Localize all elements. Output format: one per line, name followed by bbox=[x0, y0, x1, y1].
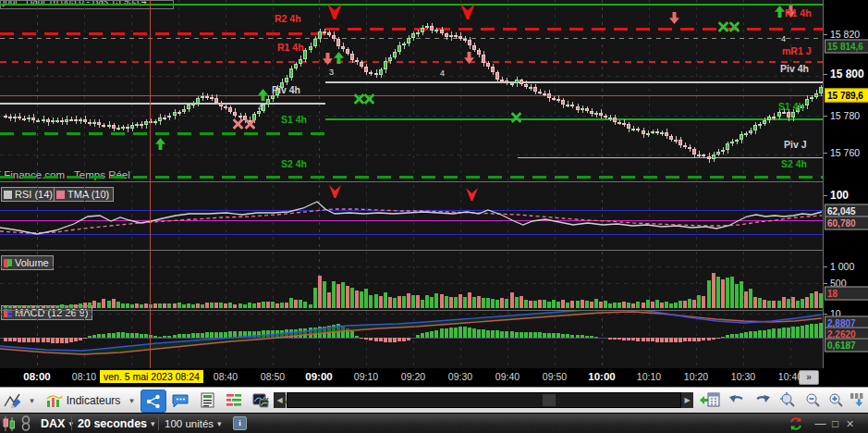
time-axis[interactable]: ven. 5 mai 2023 08:24 » 08:0008:1008:400… bbox=[0, 368, 868, 387]
timeframe-dropdown[interactable]: 20 secondes ▾ bbox=[78, 414, 155, 433]
market-depth-button[interactable] bbox=[222, 390, 246, 411]
candle-body bbox=[210, 97, 214, 99]
chevron-down-icon: ▾ bbox=[217, 419, 222, 428]
axis-tick-mark bbox=[824, 153, 827, 154]
candle-body bbox=[36, 120, 40, 122]
axis-tick-label: 15 780 bbox=[830, 110, 860, 121]
volume-bar bbox=[280, 303, 284, 308]
candle-body bbox=[205, 96, 209, 98]
time-tick-label: 09:30 bbox=[434, 371, 486, 382]
candle-body bbox=[224, 106, 227, 108]
axis-tick-mark bbox=[824, 283, 827, 284]
scroll-left-button[interactable]: ◀ bbox=[274, 392, 286, 408]
maximize-button[interactable]: □ bbox=[828, 414, 842, 433]
signal-x-green-icon bbox=[363, 93, 374, 105]
volume-bar bbox=[92, 301, 96, 308]
candle-body bbox=[374, 73, 378, 75]
volume-bar bbox=[500, 298, 504, 308]
candle-body bbox=[173, 112, 177, 117]
candle-body bbox=[721, 150, 725, 152]
candle-body bbox=[8, 117, 12, 118]
minimize-button[interactable]: — bbox=[813, 414, 827, 433]
zoom-in-button[interactable] bbox=[825, 390, 848, 411]
volume-bar bbox=[529, 301, 532, 308]
chat-button[interactable] bbox=[168, 390, 192, 411]
scroll-right-button[interactable]: ▶ bbox=[681, 392, 693, 408]
candle-body bbox=[805, 99, 809, 105]
volume-bar bbox=[692, 300, 696, 308]
candle-body bbox=[683, 145, 687, 148]
time-tick-label: 10:20 bbox=[670, 371, 722, 382]
scrollbar-thumb[interactable] bbox=[543, 394, 556, 406]
volume-bar bbox=[425, 295, 429, 308]
volume-bar bbox=[8, 305, 12, 308]
refresh-button[interactable] bbox=[789, 414, 803, 433]
bar-spacing-button[interactable] bbox=[848, 390, 868, 411]
volume-bar bbox=[538, 300, 542, 308]
zoom-out-button[interactable] bbox=[802, 390, 825, 411]
instrument-dropdown[interactable]: DAX ▾ bbox=[41, 414, 73, 433]
candle-body bbox=[520, 80, 523, 83]
volume-bar bbox=[763, 300, 766, 308]
news-button[interactable] bbox=[195, 390, 219, 411]
goto-date-button[interactable] bbox=[697, 390, 723, 411]
candle-body bbox=[590, 111, 593, 114]
indicators-button[interactable]: Indicateurs bbox=[41, 390, 126, 411]
candle-body bbox=[468, 40, 471, 46]
volume-bar bbox=[191, 304, 195, 308]
axis-tick-mark bbox=[824, 74, 827, 75]
indicators-dropdown[interactable]: ▾ bbox=[126, 390, 138, 411]
volume-bar bbox=[173, 303, 177, 308]
chart-h-scrollbar[interactable] bbox=[287, 392, 681, 408]
info-button[interactable]: i bbox=[233, 414, 247, 433]
zoom-fit-button[interactable] bbox=[776, 390, 801, 411]
candle-body bbox=[350, 54, 354, 60]
candle-body bbox=[83, 119, 87, 122]
volume-bar bbox=[388, 297, 392, 308]
time-tick-label: 09:10 bbox=[340, 371, 392, 382]
toolbar-collapse[interactable]: « bbox=[263, 392, 269, 406]
volume-bar bbox=[445, 296, 448, 308]
pivot-line-Piv-4h-new bbox=[325, 81, 823, 83]
candle-body bbox=[65, 119, 68, 122]
close-button[interactable]: × bbox=[843, 414, 857, 433]
candle-body bbox=[31, 118, 35, 120]
candle-body bbox=[642, 130, 645, 134]
volume-bar bbox=[411, 295, 415, 308]
candle-body bbox=[411, 33, 415, 38]
volume-bar bbox=[36, 305, 40, 308]
draw-tool-dropdown[interactable]: ▾ bbox=[26, 390, 38, 411]
pivot-label: S2 4h bbox=[781, 159, 807, 169]
rsi-plot bbox=[0, 181, 823, 250]
volume-bar bbox=[594, 299, 598, 308]
candle-body bbox=[341, 46, 345, 50]
candle-body bbox=[449, 35, 453, 37]
volume-bar bbox=[313, 288, 317, 308]
redo-button[interactable] bbox=[751, 390, 775, 411]
volume-bar bbox=[599, 302, 603, 308]
share-button[interactable] bbox=[141, 390, 166, 413]
axis-value-box: 60,780 bbox=[825, 216, 868, 230]
watermark: T-Finance.com - Temps Réel bbox=[0, 169, 130, 180]
price-axis[interactable]: 15 82015 814,615 80015 789,615 78015 760… bbox=[823, 0, 868, 368]
volume-bar bbox=[617, 303, 621, 308]
chart-area[interactable]: jour : Haut 16 005,0 - Bas 15 933,4 T-Fi… bbox=[0, 0, 823, 368]
candle-body bbox=[702, 155, 705, 156]
undo-button[interactable] bbox=[725, 390, 749, 411]
candle-body bbox=[336, 39, 340, 46]
volume-bar bbox=[735, 284, 739, 308]
candle-body bbox=[27, 118, 31, 119]
candle-body bbox=[187, 105, 190, 108]
legend-chip-volume[interactable]: Volume bbox=[1, 255, 54, 270]
axis-tick-mark bbox=[824, 314, 827, 315]
volume-bar bbox=[491, 299, 495, 308]
candle-body bbox=[735, 140, 739, 142]
volume-bar bbox=[702, 296, 705, 308]
draw-tool-button[interactable] bbox=[0, 390, 26, 411]
link-button[interactable] bbox=[20, 414, 31, 433]
volume-bar bbox=[360, 291, 363, 308]
volume-bar bbox=[407, 293, 410, 308]
volume-bar bbox=[275, 303, 279, 308]
units-dropdown[interactable]: 100 unités ▾ bbox=[165, 414, 222, 433]
chart-type-button[interactable] bbox=[2, 414, 16, 433]
